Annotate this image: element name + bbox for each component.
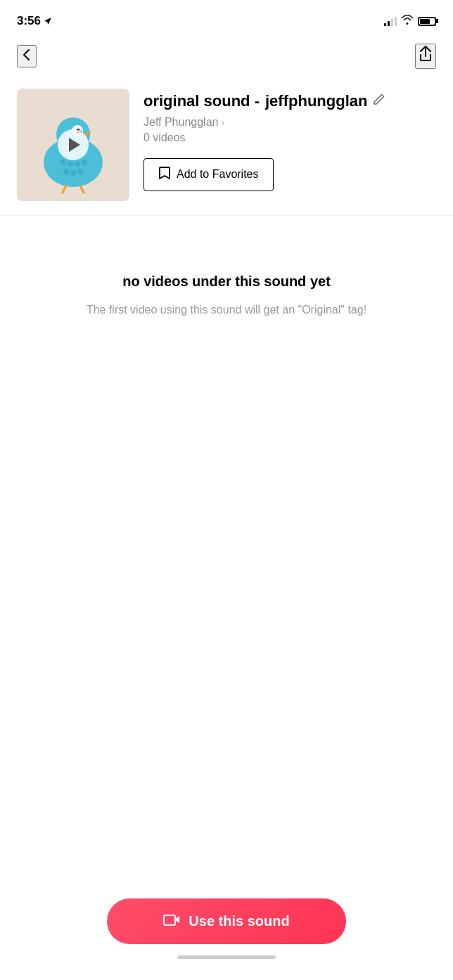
wifi-svg-icon	[401, 15, 414, 25]
use-sound-button[interactable]: Use this sound	[107, 898, 345, 944]
use-sound-label: Use this sound	[189, 913, 289, 929]
videos-count: 0 videos	[143, 131, 436, 144]
videos-count-text: 0 videos	[143, 131, 186, 143]
svg-line-14	[63, 186, 66, 193]
svg-point-9	[75, 161, 80, 167]
status-time: 3:56	[17, 14, 52, 28]
bottom-section: Use this sound	[0, 898, 453, 980]
play-button-overlay[interactable]	[58, 129, 89, 160]
pencil-icon	[373, 93, 385, 105]
time-text: 3:56	[17, 14, 41, 28]
empty-state: no videos under this sound yet The first…	[0, 216, 453, 347]
sound-title-line2: jeffphungglan	[265, 91, 367, 112]
sound-title-line1: original sound -	[143, 91, 260, 112]
sound-info: original sound - jeffphungglan Jeff Phun…	[143, 89, 436, 191]
battery-icon	[418, 17, 436, 26]
back-chevron-icon	[18, 46, 35, 63]
bookmark-svg-icon	[158, 166, 171, 180]
svg-point-7	[60, 160, 66, 165]
svg-line-15	[80, 186, 84, 193]
svg-point-10	[82, 160, 87, 165]
edit-title-icon[interactable]	[373, 93, 385, 110]
svg-point-13	[77, 169, 83, 174]
share-button[interactable]	[415, 44, 436, 69]
nav-bar	[0, 38, 453, 75]
share-icon	[416, 45, 435, 63]
empty-state-title: no videos under this sound yet	[122, 272, 331, 290]
camera-icon	[163, 913, 180, 930]
signal-icon	[384, 16, 397, 26]
wifi-icon	[401, 15, 414, 27]
back-button[interactable]	[17, 45, 37, 67]
status-icons	[384, 15, 436, 27]
location-arrow-icon	[44, 17, 52, 25]
sound-header: original sound - jeffphungglan Jeff Phun…	[0, 75, 453, 215]
svg-point-11	[63, 169, 69, 174]
svg-point-12	[70, 170, 76, 176]
add-to-favorites-button[interactable]: Add to Favorites	[143, 158, 274, 191]
sound-author[interactable]: Jeff Phungglan ›	[143, 116, 436, 129]
camera-svg-icon	[163, 913, 180, 927]
author-chevron-icon: ›	[221, 117, 224, 128]
add-favorites-label: Add to Favorites	[177, 168, 259, 181]
svg-rect-16	[164, 915, 175, 925]
home-indicator	[177, 955, 276, 959]
empty-state-subtitle: The first video using this sound will ge…	[87, 302, 366, 318]
svg-point-8	[68, 161, 73, 167]
sound-title: original sound - jeffphungglan	[143, 91, 436, 112]
bookmark-icon	[158, 166, 171, 183]
status-bar: 3:56	[0, 0, 453, 38]
play-triangle-icon	[69, 138, 80, 152]
sound-thumbnail[interactable]	[17, 89, 129, 201]
author-name: Jeff Phungglan	[143, 116, 218, 129]
